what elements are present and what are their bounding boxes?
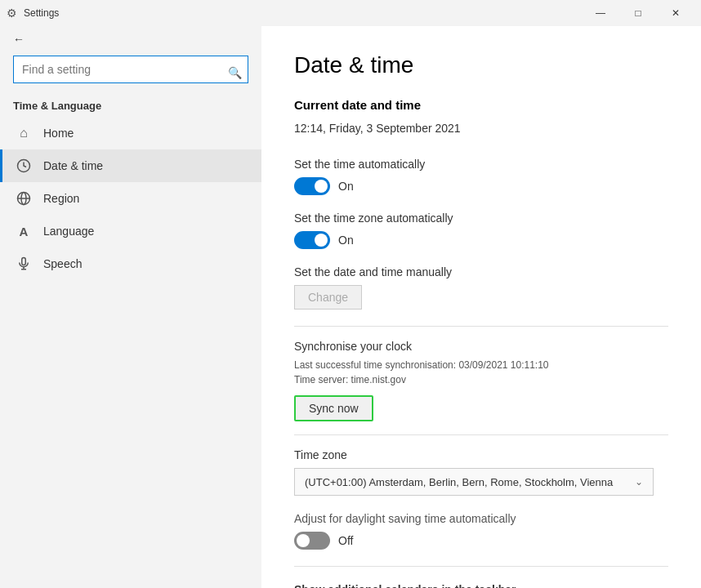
main-container: ← 🔍 Time & Language ⌂ Home Date & time [0,26,701,588]
set-time-auto-toggle-row: On [294,177,668,195]
set-timezone-auto-slider [294,231,330,249]
set-timezone-auto-label: Set the time zone automatically [294,212,668,225]
settings-icon: ⚙ [7,7,17,20]
region-icon [16,190,32,207]
set-timezone-auto-status: On [338,234,354,247]
titlebar-controls: — □ ✕ [582,0,694,26]
sidebar-item-date-time-label: Date & time [43,159,103,172]
current-date-time-section: Current date and time [294,98,668,112]
sync-section-label: Synchronise your clock [294,340,668,353]
sidebar-item-home-label: Home [43,127,74,140]
set-manually-label: Set the date and time manually [294,265,668,278]
set-time-auto-status: On [338,180,354,193]
daylight-toggle[interactable] [294,532,330,550]
titlebar: ⚙ Settings — □ ✕ [0,0,701,26]
page-title: Date & time [294,52,668,78]
sync-info-2: Time server: time.nist.gov [294,374,668,385]
set-timezone-auto-toggle[interactable] [294,231,330,249]
content-area: Date & time Current date and time 12:14,… [261,26,701,588]
search-container: 🔍 [0,52,261,93]
sidebar-item-home[interactable]: ⌂ Home [0,117,261,149]
sync-now-button[interactable]: Sync now [294,395,373,421]
titlebar-title: Settings [24,7,582,19]
set-time-auto-toggle[interactable] [294,177,330,195]
language-icon: A [16,223,32,239]
sidebar-item-date-time[interactable]: Date & time [0,149,261,182]
sidebar-item-speech[interactable]: Speech [0,247,261,280]
daylight-slider [294,532,330,550]
search-icon: 🔍 [228,66,242,79]
clock-icon [16,158,32,174]
timezone-label: Time zone [294,448,668,461]
daylight-label: Adjust for daylight saving time automati… [294,512,668,525]
sync-section: Synchronise your clock Last successful t… [294,340,668,421]
sidebar: ← 🔍 Time & Language ⌂ Home Date & time [0,26,261,588]
divider-2 [294,434,668,435]
divider-3 [294,566,668,567]
timezone-row: Time zone (UTC+01:00) Amsterdam, Berlin,… [294,448,668,496]
minimize-button[interactable]: — [582,0,619,26]
sidebar-item-speech-label: Speech [43,257,82,270]
timezone-dropdown[interactable]: (UTC+01:00) Amsterdam, Berlin, Bern, Rom… [294,468,654,496]
additional-calendars-label: Show additional calendars in the taskbar [294,583,668,588]
back-icon: ← [13,33,25,46]
svg-rect-4 [22,258,26,265]
set-timezone-auto-row: Set the time zone automatically On [294,212,668,249]
chevron-down-icon: ⌄ [635,476,643,488]
divider-1 [294,326,668,327]
set-timezone-auto-toggle-row: On [294,231,668,249]
sidebar-section-label: Time & Language [0,93,261,117]
sidebar-item-region[interactable]: Region [0,182,261,215]
maximize-button[interactable]: □ [619,0,657,26]
set-time-auto-label: Set the time automatically [294,158,668,171]
change-button[interactable]: Change [294,285,362,310]
daylight-status: Off [338,534,353,547]
set-time-auto-row: Set the time automatically On [294,158,668,195]
home-icon: ⌂ [16,125,32,141]
daylight-row: Adjust for daylight saving time automati… [294,512,668,550]
timezone-value: (UTC+01:00) Amsterdam, Berlin, Bern, Rom… [305,476,613,488]
speech-icon [16,256,32,272]
sync-info-1: Last successful time synchronisation: 03… [294,359,668,371]
set-time-auto-slider [294,177,330,195]
daylight-toggle-row: Off [294,532,668,550]
sidebar-item-region-label: Region [43,192,79,205]
back-button[interactable]: ← [0,26,261,52]
close-button[interactable]: ✕ [657,0,694,26]
search-input[interactable] [13,56,248,83]
current-time-display: 12:14, Friday, 3 September 2021 [294,122,668,135]
set-manually-row: Set the date and time manually Change [294,265,668,310]
sidebar-item-language[interactable]: A Language [0,215,261,247]
sidebar-item-language-label: Language [43,225,94,238]
